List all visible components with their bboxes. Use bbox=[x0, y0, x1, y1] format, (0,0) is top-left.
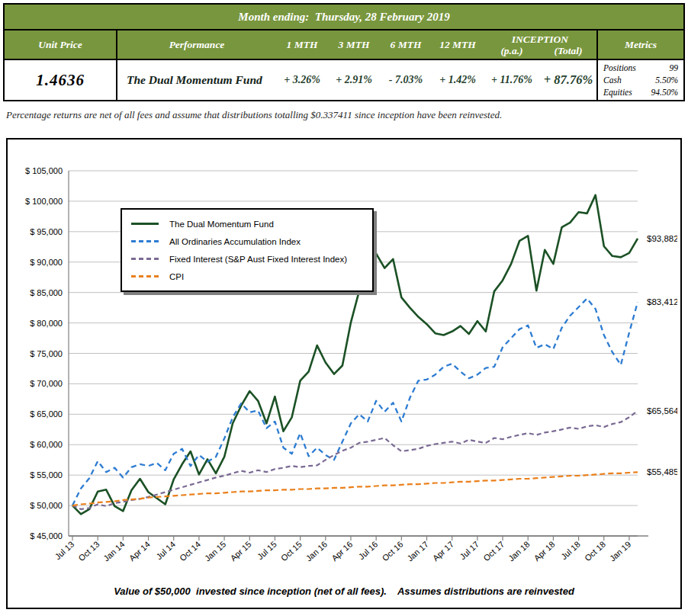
inception-pa-label: (p.a.) bbox=[484, 45, 540, 56]
legend-label-3: CPI bbox=[169, 272, 184, 281]
chart-legend: The Dual Momentum FundAll Ordinaries Acc… bbox=[121, 208, 374, 292]
performance-table: Month ending: Thursday, 28 February 2019… bbox=[3, 3, 685, 101]
x-tick-label-18: Jan 18 bbox=[506, 540, 532, 563]
y-tick-label-55000: $ 55,000 bbox=[30, 470, 63, 480]
growth-chart: $ 45,000$ 50,000$ 55,000$ 60,000$ 65,000… bbox=[6, 138, 682, 609]
metric-value-1: 5.50% bbox=[655, 74, 678, 86]
y-tick-label-45000: $ 45,000 bbox=[30, 531, 63, 541]
period-header-2: 6 MTH bbox=[380, 30, 432, 59]
table-header-row: Unit Price Performance 1 MTH3 MTH6 MTH12… bbox=[5, 30, 683, 60]
inception-header: INCEPTION (p.a.) (Total) bbox=[484, 30, 596, 59]
return-text-1: + 2.91% bbox=[336, 74, 372, 86]
metric-row-2: Equities94.50% bbox=[598, 86, 683, 98]
fund-report-page: Month ending: Thursday, 28 February 2019… bbox=[0, 0, 688, 616]
series-line-2 bbox=[72, 411, 638, 509]
metric-value-2: 94.50% bbox=[651, 86, 678, 98]
month-ending-label: Month ending: Thursday, 28 February 2019 bbox=[238, 11, 449, 24]
y-tick-label-95000: $ 95,000 bbox=[30, 227, 63, 236]
x-tick-label-4: Jul 14 bbox=[154, 540, 177, 562]
return-value-5: + 87.76% bbox=[540, 60, 596, 100]
period-header-1: 3 MTH bbox=[328, 30, 380, 59]
legend-item-0: The Dual Momentum Fund bbox=[131, 215, 372, 233]
y-tick-label-75000: $ 75,000 bbox=[30, 349, 63, 358]
legend-item-2: Fixed Interest (S&P Aust Fixed Interest … bbox=[131, 250, 372, 268]
inception-total-label: (Total) bbox=[540, 45, 596, 56]
y-tick-label-85000: $ 85,000 bbox=[30, 288, 63, 297]
y-tick-label-100000: $ 100,000 bbox=[25, 197, 63, 206]
x-tick-label-13: Oct 16 bbox=[381, 540, 405, 563]
x-tick-label-16: Jul 17 bbox=[458, 540, 481, 562]
metrics-cell: Positions99Cash5.50%Equities94.50% bbox=[596, 60, 683, 100]
y-tick-label-105000: $ 105,000 bbox=[25, 166, 63, 175]
return-value-1: + 2.91% bbox=[328, 60, 380, 100]
return-value-2: - 7.03% bbox=[380, 60, 432, 100]
metric-row-1: Cash5.50% bbox=[598, 74, 683, 86]
series-line-3 bbox=[72, 472, 638, 505]
y-tick-label-65000: $ 65,000 bbox=[30, 409, 63, 419]
x-tick-label-15: Apr 17 bbox=[431, 540, 455, 563]
y-tick-label-60000: $ 60,000 bbox=[30, 440, 63, 449]
legend-sample-1 bbox=[131, 240, 159, 242]
y-tick-label-80000: $ 80,000 bbox=[30, 319, 63, 328]
period-headers: 1 MTH3 MTH6 MTH12 MTH bbox=[276, 30, 484, 59]
y-tick-label-70000: $ 70,000 bbox=[30, 379, 63, 388]
metrics-header: Metrics bbox=[596, 30, 683, 59]
y-tick-label-90000: $ 90,000 bbox=[30, 258, 63, 267]
chart-caption: Value of $50,000 invested since inceptio… bbox=[8, 586, 680, 597]
x-tick-label-21: Oct 18 bbox=[583, 540, 607, 563]
x-tick-label-7: Apr 15 bbox=[228, 540, 252, 563]
inception-label: INCEPTION bbox=[484, 34, 596, 45]
unit-price-value: 1.4636 bbox=[36, 71, 85, 90]
legend-sample-2 bbox=[131, 258, 159, 260]
series-end-label-3: $55,485 bbox=[647, 467, 677, 476]
legend-item-1: All Ordinaries Accumulation Index bbox=[131, 233, 372, 250]
return-text-0: + 3.26% bbox=[284, 74, 320, 86]
return-value-0: + 3.26% bbox=[276, 60, 328, 100]
chart-canvas: $ 45,000$ 50,000$ 55,000$ 60,000$ 65,000… bbox=[8, 140, 677, 580]
return-text-3: + 1.42% bbox=[439, 74, 476, 86]
x-tick-label-1: Oct 13 bbox=[76, 540, 101, 563]
period-header-0: 1 MTH bbox=[276, 30, 328, 59]
x-tick-label-0: Jul 13 bbox=[53, 540, 76, 562]
x-tick-label-5: Oct 14 bbox=[178, 540, 202, 563]
metric-value-0: 99 bbox=[670, 62, 679, 74]
legend-label-0: The Dual Momentum Fund bbox=[169, 220, 274, 229]
unit-price-header: Unit Price bbox=[5, 30, 117, 59]
return-value-4: + 11.76% bbox=[484, 60, 540, 100]
metric-label-2: Equities bbox=[603, 86, 632, 98]
series-end-label-1: $83,412 bbox=[647, 297, 677, 306]
return-text-2: - 7.03% bbox=[389, 74, 423, 86]
series-end-label-2: $65,564 bbox=[647, 406, 677, 415]
metric-label-1: Cash bbox=[603, 74, 622, 86]
fund-name: The Dual Momentum Fund bbox=[127, 73, 262, 87]
return-text-4: + 11.76% bbox=[491, 74, 532, 86]
x-tick-label-3: Apr 14 bbox=[127, 540, 152, 563]
legend-label-2: Fixed Interest (S&P Aust Fixed Interest … bbox=[169, 255, 347, 264]
metric-row-0: Positions99 bbox=[598, 62, 683, 74]
return-text-5: + 87.76% bbox=[544, 72, 593, 88]
x-tick-label-22: Jan 19 bbox=[608, 540, 633, 563]
x-tick-label-20: Jul 18 bbox=[559, 540, 582, 562]
x-tick-label-14: Jan 17 bbox=[405, 540, 430, 563]
month-ending-banner: Month ending: Thursday, 28 February 2019 bbox=[5, 5, 683, 30]
fees-footnote: Percentage returns are net of all fees a… bbox=[6, 109, 502, 121]
x-tick-label-19: Apr 18 bbox=[532, 540, 557, 563]
x-tick-label-2: Jan 14 bbox=[101, 540, 127, 563]
metric-label-0: Positions bbox=[603, 62, 636, 74]
legend-sample-0 bbox=[131, 223, 159, 225]
period-header-3: 12 MTH bbox=[432, 30, 484, 59]
performance-header: Performance bbox=[117, 30, 276, 59]
x-tick-label-8: Jul 15 bbox=[256, 540, 278, 562]
series-line-1 bbox=[72, 299, 638, 505]
fund-name-cell: The Dual Momentum Fund bbox=[117, 60, 276, 100]
return-value-3: + 1.42% bbox=[432, 60, 484, 100]
series-end-label-0: $93,882 bbox=[647, 234, 677, 243]
return-values: + 3.26%+ 2.91%- 7.03%+ 1.42%+ 11.76%+ 87… bbox=[276, 60, 596, 100]
legend-sample-3 bbox=[131, 275, 159, 278]
table-data-row: 1.4636 The Dual Momentum Fund + 3.26%+ 2… bbox=[5, 60, 683, 100]
unit-price-cell: 1.4636 bbox=[5, 60, 117, 100]
x-tick-label-12: Jul 16 bbox=[357, 540, 380, 562]
x-tick-label-9: Oct 15 bbox=[279, 540, 304, 563]
x-tick-label-10: Jan 16 bbox=[304, 540, 330, 563]
x-tick-label-17: Oct 17 bbox=[481, 540, 506, 563]
